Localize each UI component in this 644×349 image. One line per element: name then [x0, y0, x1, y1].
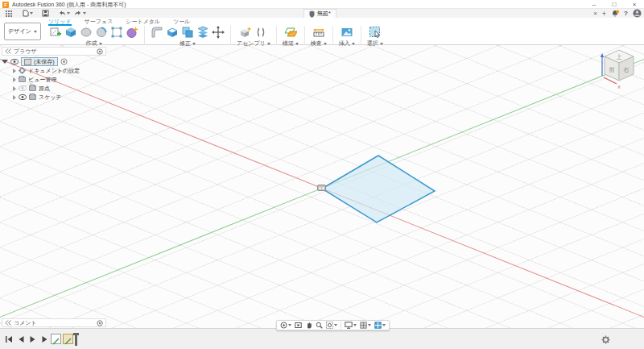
- joint-icon[interactable]: [254, 26, 267, 39]
- form-primitive-icon[interactable]: [80, 26, 93, 39]
- root-selection[interactable]: (未保存): [21, 57, 58, 66]
- browser-root-row[interactable]: (未保存): [2, 57, 106, 66]
- origin-widget[interactable]: [317, 185, 326, 191]
- look-at-icon[interactable]: [295, 322, 302, 329]
- quick-access-toolbar: 無題* × + ?: [0, 9, 644, 18]
- display-settings-icon[interactable]: [345, 322, 357, 329]
- select-icon[interactable]: [369, 26, 382, 39]
- workspace-selector[interactable]: デザイン: [4, 23, 41, 40]
- file-menu-icon[interactable]: [23, 10, 33, 17]
- tab-add-icon[interactable]: +: [602, 10, 606, 18]
- combine-icon[interactable]: [181, 26, 194, 39]
- move-copy-icon[interactable]: [212, 26, 225, 39]
- zoom-icon[interactable]: [316, 322, 323, 329]
- viewports-icon[interactable]: [374, 322, 386, 329]
- collapse-left-icon[interactable]: [5, 48, 11, 54]
- press-pull-icon[interactable]: [196, 26, 209, 39]
- tab-close-icon[interactable]: ×: [593, 10, 597, 17]
- construction-plane-icon[interactable]: [284, 26, 297, 39]
- expand-icon[interactable]: [13, 86, 16, 91]
- tab-tools[interactable]: ツール: [173, 18, 190, 26]
- undo-icon[interactable]: [58, 10, 70, 17]
- group-select: 選択: [361, 26, 389, 45]
- browser-header[interactable]: ブラウザ: [2, 47, 106, 56]
- browser-panel: ブラウザ (未保存): [2, 47, 106, 102]
- collapse-left-icon[interactable]: [5, 320, 11, 326]
- timeline-position-marker[interactable]: [75, 333, 77, 346]
- timeline-feature-sketch-1[interactable]: [51, 334, 61, 344]
- workspace-label: デザイン: [8, 27, 31, 35]
- visibility-eye-icon[interactable]: [10, 59, 19, 64]
- save-icon[interactable]: [42, 10, 49, 17]
- folder-icon: [29, 94, 36, 100]
- view-cube[interactable]: 上 前 右 X: [596, 47, 642, 92]
- box-icon[interactable]: [64, 26, 77, 39]
- expand-icon[interactable]: [2, 60, 8, 64]
- x-axis-label: X: [617, 85, 621, 89]
- panel-options-icon[interactable]: [97, 48, 103, 55]
- control-frame-icon[interactable]: [110, 26, 123, 39]
- expand-icon[interactable]: [13, 69, 16, 73]
- group-label-insert[interactable]: 挿入: [339, 39, 355, 48]
- folder-icon: [19, 77, 26, 82]
- timeline-gear-icon[interactable]: [601, 335, 610, 344]
- step-forward-icon[interactable]: [41, 335, 49, 343]
- group-label-modify[interactable]: 修正: [180, 39, 196, 48]
- viewcube-right-label: 右: [624, 67, 630, 73]
- group-label-select[interactable]: 選択: [367, 39, 383, 48]
- group-label-create[interactable]: 作成: [86, 39, 102, 48]
- expand-icon[interactable]: [13, 95, 16, 100]
- fit-icon[interactable]: [326, 322, 337, 329]
- fillet-icon[interactable]: [151, 26, 163, 39]
- app-grid-icon[interactable]: [5, 10, 12, 17]
- browser-item-document-settings[interactable]: ドキュメントの設定: [2, 66, 106, 75]
- browser-item-view-management[interactable]: ビュー管理: [2, 75, 106, 84]
- component-icon: [24, 59, 31, 65]
- title-bar: F Autodesk Fusion 360 (個人用 - 商用利用不可) – □…: [0, 0, 644, 9]
- browser-item-sketches[interactable]: スケッチ: [2, 93, 106, 102]
- maximize-button[interactable]: □: [605, 0, 624, 9]
- new-component-icon[interactable]: [239, 26, 252, 39]
- panel-options-icon[interactable]: [97, 320, 103, 326]
- highlighted-sketch-plane[interactable]: [322, 156, 435, 222]
- tab-solid[interactable]: ソリッド: [48, 18, 72, 26]
- visibility-eye-icon-dim[interactable]: [19, 85, 27, 91]
- group-label-inspect[interactable]: 検査: [311, 39, 327, 48]
- timeline-feature-sketch-2[interactable]: [63, 334, 73, 344]
- timeline-bar: [0, 328, 644, 349]
- pan-icon[interactable]: [305, 322, 312, 329]
- folder-icon: [29, 85, 36, 91]
- tab-surface[interactable]: サーフェス: [85, 18, 114, 26]
- activate-radio-icon[interactable]: [60, 58, 68, 65]
- grid-settings-icon[interactable]: [360, 322, 371, 329]
- comments-panel: コメント: [2, 318, 106, 327]
- comments-header[interactable]: コメント: [2, 318, 106, 327]
- minimize-button[interactable]: –: [584, 0, 604, 9]
- shell-icon[interactable]: [166, 26, 179, 39]
- group-label-assemble[interactable]: アセンブリ: [237, 39, 270, 48]
- go-to-start-icon[interactable]: [5, 335, 13, 343]
- item-label: ドキュメントの設定: [28, 67, 80, 75]
- revolve-sphere-icon[interactable]: [95, 26, 108, 39]
- group-create: 作成: [43, 26, 145, 45]
- fusion-logo-icon: F: [2, 2, 9, 8]
- browser-item-origin[interactable]: 原点: [2, 84, 106, 93]
- insert-image-icon[interactable]: [341, 26, 353, 39]
- group-label-construct[interactable]: 構築: [283, 39, 299, 48]
- create-sketch-icon[interactable]: [49, 26, 62, 39]
- step-back-icon[interactable]: [17, 335, 25, 343]
- document-tab[interactable]: 無題*: [303, 9, 336, 18]
- orbit-icon[interactable]: [280, 322, 291, 329]
- help-icon[interactable]: ?: [624, 10, 628, 17]
- close-button[interactable]: ×: [625, 0, 644, 9]
- document-tab-label: 無題*: [317, 10, 331, 18]
- tab-sheetmetal[interactable]: シートメタル: [126, 18, 160, 26]
- redo-icon[interactable]: [74, 10, 86, 17]
- create-form-icon[interactable]: [126, 26, 138, 39]
- group-modify: 修正: [145, 26, 231, 45]
- measure-icon[interactable]: [312, 26, 325, 39]
- play-icon[interactable]: [29, 335, 37, 343]
- visibility-eye-icon[interactable]: [19, 94, 27, 100]
- window-title: Autodesk Fusion 360 (個人用 - 商用利用不可): [12, 1, 126, 9]
- expand-icon[interactable]: [13, 77, 16, 82]
